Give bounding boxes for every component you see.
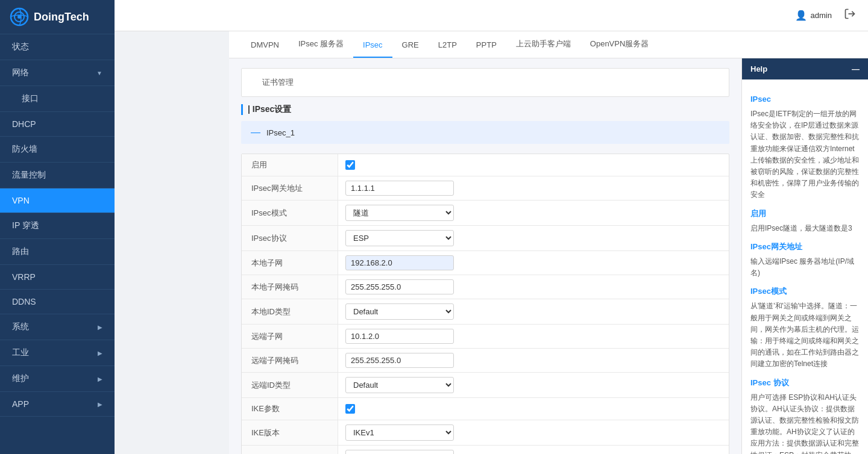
help-title: Help — [750, 64, 767, 73]
content-wrapper: 证书管理 | IPsec设置 — IPsec_1 启用 — [229, 58, 868, 454]
logo: DoingTech — [0, 0, 115, 34]
tab-cloud-assist[interactable]: 上云助手客户端 — [506, 31, 580, 58]
tab-dmvpn[interactable]: DMVPN — [241, 33, 289, 58]
sidebar-item-industry[interactable]: 工业 ▶ — [0, 340, 115, 366]
sidebar-item-interface[interactable]: 接口 — [0, 86, 115, 112]
sidebar-item-vrrp[interactable]: VRRP — [0, 265, 115, 290]
form-grid: 启用 IPsec网关地址 IPsec模式 — [241, 154, 729, 454]
tab-ipsec-server[interactable]: IPsec 服务器 — [289, 31, 353, 58]
sidebar-item-status[interactable]: 状态 — [0, 34, 115, 60]
system-arrow-icon: ▶ — [98, 324, 102, 331]
value-enable — [338, 154, 729, 176]
content-area: 证书管理 | IPsec设置 — IPsec_1 启用 — [229, 58, 741, 454]
checkbox-enable[interactable] — [345, 160, 355, 170]
input-local-subnet[interactable] — [345, 255, 454, 270]
help-section-title-gateway: IPsec网关地址 — [750, 240, 860, 253]
help-panel: Help — IPsec IPsec是IETF制定的一组开放的网络安全协议，在I… — [741, 58, 868, 454]
value-ike-params — [338, 398, 729, 420]
label-remote-subnet: 远端子网 — [242, 325, 338, 349]
user-icon: 👤 — [795, 10, 807, 21]
logo-icon — [10, 7, 29, 26]
select-negotiation-mode[interactable]: Main Aggressive — [345, 450, 454, 454]
label-local-id-type: 本地ID类型 — [242, 299, 338, 325]
select-local-id-type[interactable]: Default IP FQDN — [345, 303, 454, 320]
username: admin — [811, 11, 832, 20]
value-mode: 隧道 运输 — [338, 201, 729, 226]
sidebar-item-system[interactable]: 系统 ▶ — [0, 314, 115, 340]
select-mode[interactable]: 隧道 运输 — [345, 205, 454, 221]
help-section-title-protocol: IPsec 协议 — [750, 376, 860, 390]
value-remote-subnet — [338, 325, 729, 349]
topbar: 👤 admin — [229, 0, 868, 31]
value-remote-id-type: Default IP FQDN — [338, 373, 729, 398]
label-negotiation-mode: 协商模式 — [242, 446, 338, 454]
ipsec-entry-name: IPsec_1 — [266, 128, 295, 137]
tab-gre[interactable]: GRE — [392, 33, 429, 58]
industry-arrow-icon: ▶ — [98, 350, 102, 356]
sidebar-item-network[interactable]: 网络 ▼ — [0, 60, 115, 86]
ipsec-collapse-button[interactable]: — — [251, 127, 260, 138]
sub-tab-cert-mgmt[interactable]: 证书管理 — [254, 73, 302, 92]
tab-pptp[interactable]: PPTP — [467, 33, 506, 58]
sidebar-item-vpn[interactable]: VPN — [0, 188, 115, 213]
help-section-text-protocol: 用户可选择 ESP协议和AH认证头协议。AH认证头协议：提供数据源认证、数据完整… — [750, 392, 860, 454]
topbar-user: 👤 admin — [795, 10, 832, 21]
sidebar-item-routing[interactable]: 路由 — [0, 239, 115, 265]
label-local-mask: 本地子网掩码 — [242, 275, 338, 299]
label-mode: IPsec模式 — [242, 201, 338, 226]
value-protocol: ESP AH — [338, 226, 729, 251]
tab-ipsec[interactable]: IPsec — [353, 33, 392, 58]
tab-l2tp[interactable]: L2TP — [429, 33, 467, 58]
label-remote-id-type: 远端ID类型 — [242, 373, 338, 398]
help-section-title-mode: IPsec模式 — [750, 285, 860, 298]
select-protocol[interactable]: ESP AH — [345, 230, 454, 246]
label-ike-params: IKE参数 — [242, 398, 338, 420]
value-local-id-type: Default IP FQDN — [338, 299, 729, 325]
checkbox-ike-params[interactable] — [345, 404, 355, 414]
maintenance-arrow-icon: ▶ — [98, 376, 102, 382]
sidebar-item-app[interactable]: APP ▶ — [0, 392, 115, 417]
help-section-title-ipsec: IPsec — [750, 93, 860, 106]
help-close-button[interactable]: — — [852, 64, 860, 73]
help-header: Help — — [742, 58, 868, 79]
help-section-text-mode: 从'隧道'和'运输'中选择。隧道：一般用于网关之间或终端到网关之间，网关作为幕后… — [750, 300, 860, 370]
input-local-mask[interactable] — [345, 279, 454, 294]
tab-openvpn-server[interactable]: OpenVPN服务器 — [580, 31, 659, 58]
sidebar-item-traffic[interactable]: 流量控制 — [0, 163, 115, 188]
help-section-text-enable: 启用IPsec隧道，最大隧道数是3 — [750, 223, 860, 234]
label-remote-mask: 远端子网掩码 — [242, 349, 338, 373]
label-protocol: IPsec协议 — [242, 226, 338, 251]
value-remote-mask — [338, 349, 729, 373]
label-gateway: IPsec网关地址 — [242, 176, 338, 201]
sidebar-item-iptunnel[interactable]: IP 穿透 — [0, 213, 115, 239]
select-ike-version[interactable]: IKEv1 IKEv2 — [345, 424, 454, 441]
select-remote-id-type[interactable]: Default IP FQDN — [345, 377, 454, 393]
ipsec-entry: — IPsec_1 — [241, 121, 729, 144]
app-arrow-icon: ▶ — [98, 401, 102, 408]
label-enable: 启用 — [242, 154, 338, 176]
label-ike-version: IKE版本 — [242, 420, 338, 446]
help-section-text-ipsec: IPsec是IETF制定的一组开放的网络安全协议，在IP层通过数据来源认证、数据… — [750, 108, 860, 201]
help-section-title-enable: 启用 — [750, 207, 860, 220]
sidebar-item-maintenance[interactable]: 维护 ▶ — [0, 366, 115, 392]
input-remote-mask[interactable] — [345, 353, 454, 368]
label-local-subnet: 本地子网 — [242, 251, 338, 275]
network-arrow-icon: ▼ — [96, 70, 102, 76]
input-gateway[interactable] — [345, 181, 454, 196]
value-ike-version: IKEv1 IKEv2 — [338, 420, 729, 446]
value-negotiation-mode: Main Aggressive — [338, 446, 729, 454]
value-local-mask — [338, 275, 729, 299]
sidebar-item-ddns[interactable]: DDNS — [0, 290, 115, 314]
tabs-bar: DMVPN IPsec 服务器 IPsec GRE L2TP PPTP 上云助手… — [229, 31, 868, 58]
help-section-text-gateway: 输入远端IPsec 服务器地址(IP/域名) — [750, 256, 860, 279]
sidebar: DoingTech 状态 网络 ▼ 接口 DHCP 防火墙 流量控制 VPN I… — [0, 0, 115, 454]
input-remote-subnet[interactable] — [345, 329, 454, 344]
main-area: 👤 admin DMVPN IPsec 服务器 IPsec GRE L2TP P… — [229, 0, 868, 454]
page-section-title: | IPsec设置 — [241, 104, 729, 115]
value-local-subnet — [338, 251, 729, 275]
help-content: IPsec IPsec是IETF制定的一组开放的网络安全协议，在IP层通过数据来… — [742, 79, 868, 454]
sub-tabs-bar: 证书管理 — [241, 68, 729, 97]
sidebar-item-dhcp[interactable]: DHCP — [0, 112, 115, 137]
logout-button[interactable] — [844, 8, 856, 23]
sidebar-item-firewall[interactable]: 防火墙 — [0, 137, 115, 163]
